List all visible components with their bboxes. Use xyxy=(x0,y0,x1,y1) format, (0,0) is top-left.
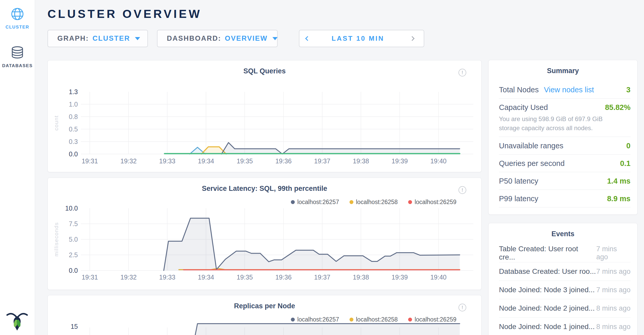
dashboard-dropdown-value: OVERVIEW xyxy=(225,34,268,43)
svg-text:19:38: 19:38 xyxy=(353,274,369,281)
app-root: CLUSTER DATABASES CLUSTER xyxy=(0,0,644,335)
event-row[interactable]: Node Joined: Node 2 joined...8 mins ago xyxy=(499,299,631,318)
summary-rows: Total NodesView nodes list3Capacity Used… xyxy=(499,81,631,207)
time-prev-button[interactable] xyxy=(299,30,316,47)
summary-subtext: You are using 598.9 GiB of 697.9 GiB sto… xyxy=(499,114,631,132)
svg-text:19:40: 19:40 xyxy=(430,274,447,281)
svg-text:19:33: 19:33 xyxy=(159,157,175,165)
svg-text:milliseconds: milliseconds xyxy=(53,222,59,256)
svg-text:19:39: 19:39 xyxy=(392,274,408,281)
svg-text:0.0: 0.0 xyxy=(69,150,78,158)
summary-value: 3 xyxy=(626,86,631,94)
summary-row: Unavailable ranges0 xyxy=(499,137,631,155)
svg-text:19:32: 19:32 xyxy=(120,274,137,281)
summary-label: P99 latency xyxy=(499,194,538,203)
summary-row: Total NodesView nodes list3 xyxy=(499,81,631,99)
service-latency-card: Service Latency: SQL, 99th percentile ! … xyxy=(47,178,482,290)
summary-label: Queries per second xyxy=(499,159,565,168)
event-time: 8 mins ago xyxy=(596,304,631,312)
sidebar-item-cluster[interactable]: CLUSTER xyxy=(0,7,35,30)
svg-text:19:37: 19:37 xyxy=(314,274,331,281)
svg-text:10.0: 10.0 xyxy=(65,205,78,212)
event-row[interactable]: Database Created: User roo...7 mins ago xyxy=(499,262,631,281)
event-time: 7 mins ago xyxy=(596,268,631,276)
globe-icon xyxy=(10,7,25,22)
summary-title: Summary xyxy=(489,67,637,75)
svg-text:19:36: 19:36 xyxy=(275,157,292,165)
svg-text:19:31: 19:31 xyxy=(82,274,98,281)
svg-text:0.3: 0.3 xyxy=(69,138,78,145)
summary-value: 85.82% xyxy=(605,103,631,112)
event-label: Node Joined: Node 3 joined... xyxy=(499,286,595,294)
svg-text:19:33: 19:33 xyxy=(159,274,175,281)
graph-dropdown-value: CLUSTER xyxy=(93,34,130,43)
svg-text:2.5: 2.5 xyxy=(69,251,78,259)
database-icon xyxy=(10,45,25,61)
svg-text:19:34: 19:34 xyxy=(198,157,214,165)
time-range-label: LAST 10 MIN xyxy=(332,34,384,43)
replicas-per-node-card: Replicas per Node ! localhost:26257local… xyxy=(47,295,482,335)
svg-text:19:35: 19:35 xyxy=(237,157,253,165)
summary-label: Total Nodes xyxy=(499,86,539,94)
svg-text:1.0: 1.0 xyxy=(69,101,78,108)
svg-text:19:31: 19:31 xyxy=(82,157,98,165)
chevron-left-icon xyxy=(305,36,310,41)
event-rows: Table Created: User root cre...7 mins ag… xyxy=(499,244,631,335)
svg-text:15: 15 xyxy=(71,323,78,330)
summary-label: Unavailable ranges xyxy=(499,142,563,150)
svg-text:19:37: 19:37 xyxy=(314,157,331,165)
event-time: 7 mins ago xyxy=(596,286,631,294)
event-row[interactable]: Node Joined: Node 1 joined...8 mins ago xyxy=(499,318,631,335)
event-row[interactable]: Node Joined: Node 3 joined...7 mins ago xyxy=(499,281,631,299)
summary-panel: Summary Total NodesView nodes list3Capac… xyxy=(488,60,638,215)
sidebar: CLUSTER DATABASES xyxy=(0,0,35,335)
sidebar-item-label: CLUSTER xyxy=(5,25,29,30)
event-row[interactable]: Table Created: User root cre...7 mins ag… xyxy=(499,244,631,262)
event-label: Database Created: User roo... xyxy=(499,267,596,276)
chevron-down-icon xyxy=(135,37,140,40)
summary-row: P99 latency8.9 ms xyxy=(499,190,631,207)
event-time: 8 mins ago xyxy=(596,323,631,331)
time-range-button[interactable]: LAST 10 MIN xyxy=(316,30,400,47)
summary-value: 0.1 xyxy=(620,159,631,168)
summary-label: P50 latency xyxy=(499,177,538,185)
svg-text:count: count xyxy=(53,115,59,131)
svg-text:19:34: 19:34 xyxy=(198,274,214,281)
time-range-selector: LAST 10 MIN xyxy=(299,30,424,47)
events-title: Events xyxy=(489,230,637,238)
summary-value: 1.4 ms xyxy=(607,177,631,185)
sidebar-item-databases[interactable]: DATABASES xyxy=(0,45,35,68)
dashboard-dropdown[interactable]: DASHBOARD: OVERVIEW xyxy=(157,30,278,47)
svg-text:19:38: 19:38 xyxy=(353,157,369,165)
svg-text:19:35: 19:35 xyxy=(237,274,253,281)
dashboard-dropdown-label: DASHBOARD: xyxy=(167,34,221,43)
graph-dropdown[interactable]: GRAPH: CLUSTER xyxy=(47,30,148,47)
svg-text:19:32: 19:32 xyxy=(120,157,137,165)
event-label: Node Joined: Node 2 joined... xyxy=(499,304,595,312)
event-time: 7 mins ago xyxy=(596,245,631,261)
replicas-per-node-chart[interactable]: 15 xyxy=(48,295,482,335)
view-nodes-link[interactable]: View nodes list xyxy=(544,86,594,94)
event-label: Node Joined: Node 1 joined... xyxy=(499,323,595,331)
time-next-button[interactable] xyxy=(400,30,424,47)
svg-text:5.0: 5.0 xyxy=(69,236,78,243)
svg-text:7.5: 7.5 xyxy=(69,220,78,227)
page-title: CLUSTER OVERVIEW xyxy=(47,7,202,21)
chevron-down-icon xyxy=(272,37,278,40)
svg-text:0.0: 0.0 xyxy=(69,267,78,274)
svg-text:0.5: 0.5 xyxy=(69,125,78,133)
chevron-right-icon xyxy=(410,36,414,41)
cockroachdb-logo xyxy=(6,309,28,331)
summary-row: Capacity Used85.82%You are using 598.9 G… xyxy=(499,99,631,137)
summary-row: Queries per second0.1 xyxy=(499,155,631,172)
sql-queries-card: SQL Queries ! 0.00.30.50.81.01.319:3119:… xyxy=(47,60,482,172)
sql-queries-chart[interactable]: 0.00.30.50.81.01.319:3119:3219:3319:3419… xyxy=(48,60,482,172)
svg-text:19:36: 19:36 xyxy=(275,274,292,281)
events-panel: Events Table Created: User root cre...7 … xyxy=(488,223,638,335)
svg-text:19:40: 19:40 xyxy=(430,157,447,165)
service-latency-chart[interactable]: 0.02.55.07.510.019:3119:3219:3319:3419:3… xyxy=(48,178,482,290)
graph-dropdown-label: GRAPH: xyxy=(57,34,89,43)
svg-text:1.3: 1.3 xyxy=(69,88,78,95)
svg-text:0.8: 0.8 xyxy=(69,113,78,120)
event-label: Table Created: User root cre... xyxy=(499,245,596,261)
